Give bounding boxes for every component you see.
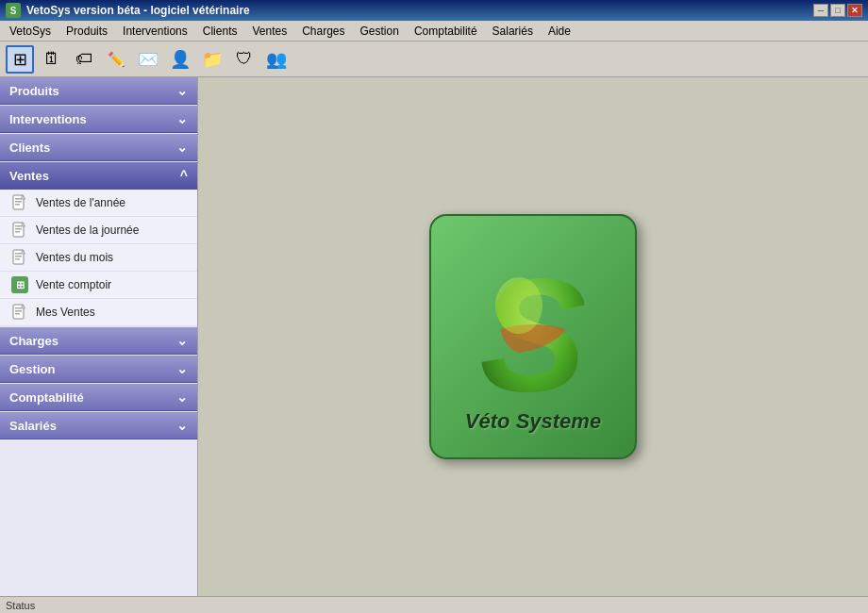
toolbar-calendar-button[interactable]: 🗓 — [38, 45, 66, 74]
sidebar-header-interventions[interactable]: Interventions ⌄ — [0, 106, 197, 133]
menu-ventes[interactable]: Ventes — [244, 21, 294, 41]
sidebar-section-ventes: Ventes ^ Ventes de l'année — [0, 162, 197, 326]
toolbar-folder-button[interactable]: 📁 — [198, 45, 226, 74]
svg-rect-12 — [15, 256, 22, 257]
sidebar-item-label: Mes Ventes — [36, 306, 95, 319]
sidebar-section-gestion: Gestion ⌄ — [0, 356, 197, 383]
menu-aide[interactable]: Aide — [541, 21, 578, 41]
svg-rect-8 — [15, 231, 20, 233]
svg-point-21 — [495, 277, 542, 334]
chevron-down-icon: ⌄ — [176, 389, 188, 405]
toolbar-grid-button[interactable]: ⊞ — [6, 45, 34, 74]
menu-bar: VetoSys Produits Interventions Clients V… — [0, 21, 868, 41]
maximize-button[interactable]: □ — [830, 4, 845, 17]
chevron-down-icon: ⌄ — [176, 111, 188, 126]
sidebar-header-ventes[interactable]: Ventes ^ — [0, 162, 197, 190]
sidebar-item-ventes-journee[interactable]: Ventes de la journée — [0, 217, 197, 244]
sidebar-label-comptabilite: Comptabilité — [9, 390, 84, 405]
close-button[interactable]: ✕ — [847, 4, 862, 17]
sidebar-item-vente-comptoir[interactable]: ⊞ Vente comptoir — [0, 272, 197, 299]
sidebar-label-produits: Produits — [9, 84, 59, 98]
chevron-down-icon: ⌄ — [176, 83, 188, 98]
toolbar-eraser-button[interactable]: ✏️ — [102, 45, 130, 74]
sidebar-header-charges[interactable]: Charges ⌄ — [0, 327, 197, 355]
sidebar-section-charges: Charges ⌄ — [0, 327, 197, 355]
sidebar-items-ventes: Ventes de l'année Ventes de la journée — [0, 190, 197, 326]
sidebar-header-comptabilite[interactable]: Comptabilité ⌄ — [0, 384, 197, 411]
sidebar-section-produits: Produits ⌄ — [0, 77, 197, 105]
menu-produits[interactable]: Produits — [58, 21, 115, 41]
sidebar-header-clients[interactable]: Clients ⌄ — [0, 134, 197, 161]
calendar-icon: 🗓 — [43, 49, 60, 69]
chevron-down-icon: ⌄ — [176, 140, 188, 155]
sidebar-item-ventes-mois[interactable]: Ventes du mois — [0, 244, 197, 272]
title-controls: ─ □ ✕ — [813, 4, 862, 17]
document-icon — [11, 222, 28, 239]
sidebar-label-gestion: Gestion — [9, 362, 55, 376]
menu-comptabilite[interactable]: Comptabilité — [407, 21, 485, 41]
menu-interventions[interactable]: Interventions — [115, 21, 195, 41]
logo-svg: S — [448, 240, 618, 419]
status-text: Status — [6, 600, 35, 611]
sidebar: Produits ⌄ Interventions ⌄ Clients ⌄ Ven… — [0, 77, 198, 596]
sidebar-label-ventes: Ventes — [9, 169, 49, 183]
toolbar-tag-button[interactable]: 🏷 — [70, 45, 98, 74]
svg-rect-16 — [15, 307, 22, 309]
envelope-icon: ✉️ — [138, 49, 159, 70]
grid-icon: ⊞ — [11, 276, 28, 293]
sidebar-header-produits[interactable]: Produits ⌄ — [0, 77, 197, 105]
sidebar-item-label: Ventes de la journée — [36, 224, 139, 237]
svg-rect-3 — [15, 204, 20, 206]
svg-rect-17 — [15, 310, 22, 312]
svg-rect-13 — [15, 258, 20, 260]
menu-vetosys[interactable]: VetoSys — [2, 21, 58, 41]
sidebar-label-clients: Clients — [9, 141, 50, 155]
chevron-down-icon: ⌄ — [176, 361, 188, 376]
toolbar-envelope-button[interactable]: ✉️ — [134, 45, 162, 74]
sidebar-section-clients: Clients ⌄ — [0, 134, 197, 161]
sidebar-label-salaries: Salariés — [9, 419, 57, 433]
sidebar-item-label: Vente comptoir — [36, 278, 111, 291]
person-icon: 👤 — [170, 49, 191, 70]
app-icon: S — [6, 3, 21, 18]
svg-rect-2 — [15, 201, 22, 203]
sidebar-label-charges: Charges — [9, 334, 58, 348]
content-area: S Véto Systeme — [198, 77, 868, 596]
eraser-icon: ✏️ — [108, 51, 125, 68]
menu-clients[interactable]: Clients — [195, 21, 245, 41]
main-layout: Produits ⌄ Interventions ⌄ Clients ⌄ Ven… — [0, 77, 868, 596]
sidebar-item-ventes-annee[interactable]: Ventes de l'année — [0, 190, 197, 217]
toolbar: ⊞ 🗓 🏷 ✏️ ✉️ 👤 📁 🛡 👥 — [0, 41, 868, 77]
title-bar-left: S VetoSys version béta - logiciel vétéri… — [6, 3, 250, 18]
sidebar-item-mes-ventes[interactable]: Mes Ventes — [0, 299, 197, 326]
folder-icon: 📁 — [202, 49, 223, 70]
minimize-button[interactable]: ─ — [813, 4, 828, 17]
group-icon: 👥 — [266, 49, 287, 70]
sidebar-section-salaries: Salariés ⌄ — [0, 412, 197, 439]
sidebar-item-label: Ventes de l'année — [36, 196, 125, 209]
menu-gestion[interactable]: Gestion — [353, 21, 407, 41]
shield-icon: 🛡 — [236, 49, 253, 69]
sidebar-header-salaries[interactable]: Salariés ⌄ — [0, 412, 197, 439]
sidebar-section-interventions: Interventions ⌄ — [0, 106, 197, 133]
sidebar-label-interventions: Interventions — [9, 112, 87, 126]
toolbar-group-button[interactable]: 👥 — [262, 45, 291, 74]
svg-rect-7 — [15, 228, 22, 230]
svg-rect-1 — [15, 198, 22, 200]
sidebar-header-gestion[interactable]: Gestion ⌄ — [0, 356, 197, 383]
svg-rect-6 — [15, 225, 22, 227]
chevron-up-icon: ^ — [180, 168, 188, 183]
menu-charges[interactable]: Charges — [294, 21, 352, 41]
chevron-down-icon: ⌄ — [176, 333, 188, 348]
title-bar: S VetoSys version béta - logiciel vétéri… — [0, 0, 868, 21]
grid-icon: ⊞ — [13, 49, 27, 70]
document-icon — [11, 249, 28, 266]
sidebar-item-label: Ventes du mois — [36, 251, 113, 264]
chevron-down-icon: ⌄ — [176, 418, 188, 433]
toolbar-person-button[interactable]: 👤 — [166, 45, 194, 74]
svg-rect-18 — [15, 313, 20, 315]
document-icon — [11, 194, 28, 211]
menu-salaries[interactable]: Salariés — [485, 21, 541, 41]
status-bar: Status — [0, 596, 868, 613]
toolbar-shield-button[interactable]: 🛡 — [230, 45, 259, 74]
